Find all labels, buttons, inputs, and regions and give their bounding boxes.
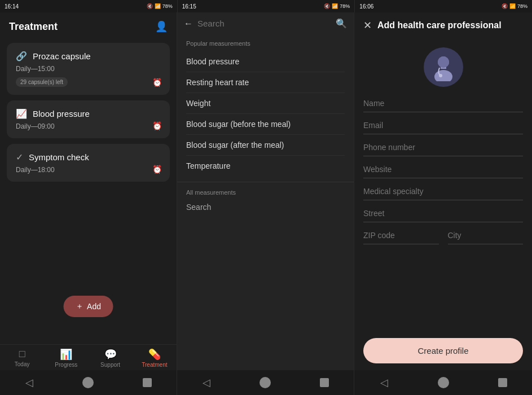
card-header: ✓ Symptom check bbox=[16, 152, 161, 163]
nav-label-progress: Progress bbox=[55, 362, 77, 368]
nav-label-treatment: Treatment bbox=[142, 362, 167, 368]
avatar-section bbox=[354, 38, 532, 93]
nav-item-today[interactable]: □ Today bbox=[0, 348, 44, 368]
divider bbox=[177, 182, 354, 182]
street-input[interactable] bbox=[363, 209, 523, 218]
status-icons-2: 🔇 📶 78% bbox=[324, 3, 350, 9]
zip-input[interactable] bbox=[363, 231, 439, 240]
close-button[interactable]: ✕ bbox=[363, 19, 372, 32]
form-footer: Create profile bbox=[354, 331, 532, 370]
back-button-2[interactable]: ◁ bbox=[199, 375, 214, 390]
recents-icon bbox=[143, 378, 152, 387]
name-input[interactable] bbox=[363, 99, 523, 108]
list-item[interactable]: 🔗 Prozac capsule Daily—15:00 29 capsule(… bbox=[7, 43, 170, 95]
card-title: Prozac capsule bbox=[33, 51, 91, 61]
all-section: All measurements Search bbox=[177, 185, 354, 218]
alarm-icon: ⏰ bbox=[152, 78, 162, 87]
city-field bbox=[448, 225, 524, 244]
nav-label-today: Today bbox=[15, 361, 30, 367]
search-input[interactable] bbox=[197, 19, 331, 28]
add-button[interactable]: ＋ Add bbox=[63, 296, 113, 317]
progress-icon: 📊 bbox=[60, 348, 72, 361]
user-icon[interactable]: 👤 bbox=[155, 20, 168, 33]
website-input[interactable] bbox=[363, 165, 523, 174]
search-header: ← 🔍 bbox=[177, 12, 354, 34]
back-button-3[interactable]: ◁ bbox=[376, 375, 392, 390]
create-profile-button[interactable]: Create profile bbox=[363, 338, 523, 363]
status-bars: 16:14 🔇 📶 78% 16:15 🔇 📶 78% 16:06 🔇 📶 78… bbox=[0, 0, 532, 12]
list-item[interactable]: Weight bbox=[186, 93, 345, 114]
form-title: Add health care professional bbox=[377, 20, 502, 30]
status-icons-1: 🔇 📶 78% bbox=[147, 3, 173, 9]
recents-button-3[interactable] bbox=[495, 375, 511, 390]
time-2: 16:15 bbox=[182, 3, 196, 10]
email-input[interactable] bbox=[363, 121, 523, 130]
android-nav-2: ◁ bbox=[177, 370, 354, 395]
status-bar-3: 16:06 🔇 📶 78% bbox=[355, 0, 532, 12]
svg-point-3 bbox=[438, 56, 449, 68]
form-body bbox=[354, 93, 532, 331]
time-1: 16:14 bbox=[5, 3, 19, 10]
symptom-icon: ✓ bbox=[16, 152, 23, 163]
form-header: ✕ Add health care professional bbox=[354, 12, 532, 38]
nav-item-progress[interactable]: 📊 Progress bbox=[44, 348, 88, 368]
alarm-icon: ⏰ bbox=[152, 165, 162, 174]
search-input-wrap bbox=[197, 19, 331, 28]
list-item[interactable]: Blood sugar (after the meal) bbox=[186, 135, 345, 156]
phone-field bbox=[363, 137, 523, 156]
list-item[interactable]: Temperature bbox=[186, 156, 345, 176]
specialty-input[interactable] bbox=[363, 187, 523, 196]
plus-icon: ＋ bbox=[76, 301, 83, 311]
android-nav-1: ◁ bbox=[0, 370, 177, 395]
treatment-nav-icon: 💊 bbox=[148, 348, 161, 361]
pill-icon: 🔗 bbox=[16, 51, 27, 62]
list-item[interactable]: Blood pressure bbox=[186, 51, 345, 72]
search-panel: ← 🔍 Popular measurements Blood pressure … bbox=[177, 12, 354, 395]
recents-button-1[interactable] bbox=[139, 375, 155, 390]
alarm-icon: ⏰ bbox=[152, 121, 162, 130]
home-icon bbox=[438, 377, 449, 388]
all-section-title: All measurements bbox=[186, 189, 345, 196]
home-button-3[interactable] bbox=[436, 375, 451, 390]
card-header: 🔗 Prozac capsule bbox=[16, 51, 161, 62]
list-item[interactable]: 📈 Blood pressure Daily—09:00 ⏰ bbox=[7, 100, 170, 138]
recents-icon bbox=[320, 378, 329, 387]
card-schedule: Daily—18:00 bbox=[16, 166, 161, 174]
home-button-2[interactable] bbox=[257, 375, 273, 390]
treatment-title: Treatment bbox=[9, 21, 58, 33]
card-title: Symptom check bbox=[29, 152, 89, 162]
treatment-panel: Treatment 👤 🔗 Prozac capsule Daily—15:00… bbox=[0, 12, 177, 395]
svg-point-4 bbox=[439, 74, 442, 77]
nav-item-treatment[interactable]: 💊 Treatment bbox=[133, 348, 177, 368]
card-schedule: Daily—15:00 bbox=[16, 65, 161, 73]
status-bar-1: 16:14 🔇 📶 78% bbox=[0, 0, 178, 12]
today-icon: □ bbox=[19, 348, 25, 360]
form-panel: ✕ Add health care professional bbox=[354, 12, 532, 395]
nav-label-support: Support bbox=[100, 362, 120, 368]
popular-section-title: Popular measurements bbox=[186, 40, 345, 47]
list-item[interactable]: Blood sugar (before the meal) bbox=[186, 114, 345, 135]
time-3: 16:06 bbox=[359, 3, 373, 10]
email-field bbox=[363, 115, 523, 134]
phone-input[interactable] bbox=[363, 143, 523, 152]
all-search-label[interactable]: Search bbox=[186, 200, 345, 214]
status-bar-2: 16:15 🔇 📶 78% bbox=[178, 0, 355, 12]
card-schedule: Daily—09:00 bbox=[16, 122, 161, 130]
status-icons-3: 🔇 📶 78% bbox=[502, 3, 527, 9]
city-input[interactable] bbox=[448, 231, 524, 240]
back-button[interactable]: ← bbox=[184, 19, 193, 29]
support-icon: 💬 bbox=[104, 348, 117, 361]
back-button-1[interactable]: ◁ bbox=[21, 375, 37, 390]
zip-field bbox=[363, 225, 439, 244]
name-field bbox=[363, 93, 523, 112]
nav-item-support[interactable]: 💬 Support bbox=[89, 348, 133, 368]
specialty-field bbox=[363, 181, 523, 200]
recents-button-2[interactable] bbox=[316, 375, 332, 390]
treatment-wrapper: 🔗 Prozac capsule Daily—15:00 29 capsule(… bbox=[0, 38, 177, 344]
search-icon[interactable]: 🔍 bbox=[336, 18, 347, 29]
svg-point-1 bbox=[434, 70, 452, 81]
home-button-1[interactable] bbox=[80, 375, 96, 390]
list-item[interactable]: Resting heart rate bbox=[186, 72, 345, 93]
list-item[interactable]: ✓ Symptom check Daily—18:00 ⏰ bbox=[7, 144, 170, 182]
avatar bbox=[424, 47, 463, 87]
